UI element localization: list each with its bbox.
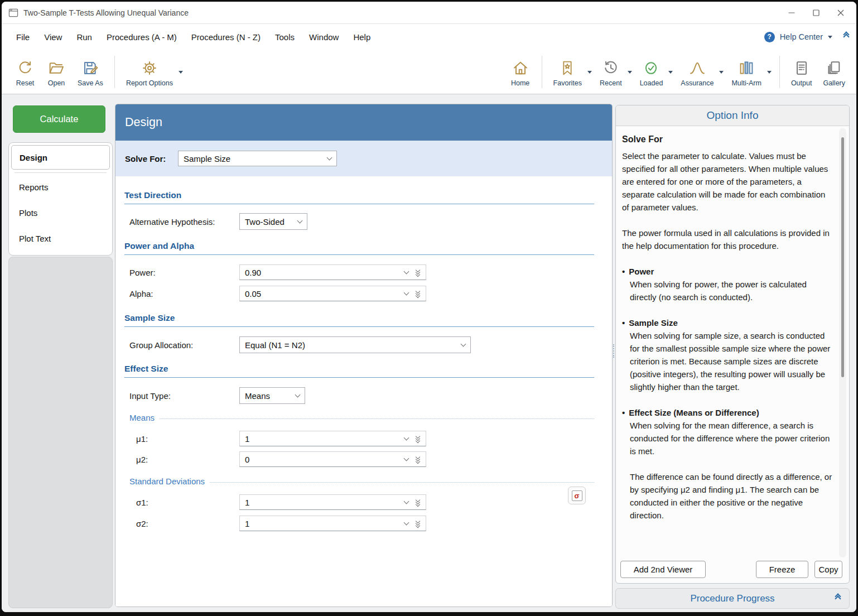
procedure-progress-bar[interactable]: Procedure Progress	[615, 588, 850, 609]
menu-procedures-n-z[interactable]: Procedures (N - Z)	[184, 29, 268, 45]
menu-tools[interactable]: Tools	[268, 29, 302, 45]
calculate-button[interactable]: Calculate	[13, 105, 105, 133]
solve-for-select[interactable]: Sample Size	[178, 151, 337, 166]
multi-value-icon[interactable]	[416, 498, 420, 506]
copy-button[interactable]: Copy	[814, 561, 842, 578]
home-button[interactable]: Home	[505, 55, 536, 89]
alpha-input[interactable]: 0.05	[239, 286, 426, 301]
home-icon	[512, 58, 529, 78]
toolbar-label: Save As	[78, 79, 103, 87]
design-panel: Design Solve For: Sample Size Test Direc…	[115, 104, 613, 607]
collapse-ribbon-icon[interactable]	[844, 35, 849, 39]
collapse-progress-icon[interactable]	[836, 596, 840, 601]
multi-value-icon[interactable]	[416, 519, 420, 527]
menu-run[interactable]: Run	[69, 29, 99, 45]
group-allocation-select[interactable]: Equal (N1 = N2)	[239, 336, 471, 353]
pages-icon	[825, 58, 843, 78]
menu-help[interactable]: Help	[346, 29, 378, 45]
procedure-progress-label: Procedure Progress	[690, 593, 774, 604]
tab-design[interactable]: Design	[11, 145, 110, 170]
chevron-down-icon	[404, 455, 409, 461]
add-2nd-viewer-button[interactable]: Add 2nd Viewer	[620, 561, 706, 578]
option-info-body: Solve For Select the parameter to calcul…	[616, 126, 849, 522]
save-as-button[interactable]: Save As	[72, 55, 109, 89]
chevron-down-icon	[404, 519, 409, 525]
design-panel-title: Design	[115, 104, 612, 141]
input-type-row: Input Type: Means	[129, 387, 594, 404]
panel-splitter-handle[interactable]	[613, 344, 614, 358]
option-info-heading: Solve For	[622, 133, 832, 146]
tab-plots[interactable]: Plots	[11, 200, 110, 225]
open-button[interactable]: Open	[41, 55, 72, 89]
input-type-label: Input Type:	[129, 387, 239, 404]
sigma2-input[interactable]: 1	[239, 516, 426, 531]
help-center-caret-icon[interactable]	[828, 36, 832, 38]
input-type-select[interactable]: Means	[239, 387, 305, 404]
minimize-button[interactable]	[779, 2, 804, 24]
tab-plot-text[interactable]: Plot Text	[11, 225, 110, 251]
menu-view[interactable]: View	[37, 29, 69, 45]
assurance-button[interactable]: Assurance	[675, 55, 726, 89]
favorites-button[interactable]: Favorites	[548, 55, 594, 89]
group-allocation-row: Group Allocation: Equal (N1 = N2)	[129, 336, 594, 353]
loaded-button[interactable]: Loaded	[634, 55, 676, 89]
menu-window[interactable]: Window	[302, 29, 346, 45]
sigma2-label: σ2:	[129, 516, 239, 531]
bullet-power: Power When solving for power, the power …	[622, 265, 832, 304]
chevron-down-icon	[327, 155, 332, 160]
alt-hypothesis-row: Alternative Hypothesis: Two-Sided	[129, 213, 594, 230]
sigma1-row: σ1: 1	[129, 494, 594, 510]
multi-value-icon[interactable]	[416, 455, 420, 463]
report-options-button[interactable]: Report Options	[120, 55, 185, 89]
tab-reports[interactable]: Reports	[11, 174, 110, 200]
document-icon	[793, 58, 811, 78]
power-input[interactable]: 0.90	[239, 264, 426, 280]
sigma-tool-button[interactable]: σ	[568, 487, 586, 504]
app-window: Two-Sample T-Tests Allowing Unequal Vari…	[2, 2, 856, 612]
bars-icon	[738, 58, 755, 78]
bell-curve-icon	[688, 58, 707, 78]
sigma1-input[interactable]: 1	[239, 494, 426, 510]
dropdown-caret-icon[interactable]	[179, 71, 183, 74]
scrollbar-thumb[interactable]	[841, 137, 844, 377]
check-circle-icon	[642, 58, 660, 78]
multi-arm-button[interactable]: Multi-Arm	[726, 55, 773, 89]
close-button[interactable]	[828, 2, 853, 24]
help-circle-icon[interactable]: ?	[764, 32, 775, 42]
toolbar-separator	[542, 56, 542, 88]
option-info-paragraph: The power formula used in all calculatio…	[622, 227, 832, 252]
alt-hypothesis-select[interactable]: Two-Sided	[239, 213, 307, 230]
reset-button[interactable]: Reset	[9, 55, 41, 89]
freeze-button[interactable]: Freeze	[756, 561, 808, 578]
reset-icon	[16, 58, 34, 78]
output-button[interactable]: Output	[785, 55, 818, 89]
dropdown-caret-icon[interactable]	[628, 71, 632, 74]
section-test-direction: Test Direction	[124, 190, 594, 204]
toolbar-label: Home	[511, 79, 529, 87]
mu2-input[interactable]: 0	[239, 451, 426, 467]
sigma2-row: σ2: 1	[129, 516, 594, 531]
multi-value-icon[interactable]	[416, 268, 420, 276]
mu1-label: μ1:	[129, 431, 239, 446]
help-center-link[interactable]: Help Center	[780, 32, 823, 41]
menu-file[interactable]: File	[9, 29, 37, 45]
power-row: Power: 0.90	[129, 264, 594, 280]
menu-procedures-a-m[interactable]: Procedures (A - M)	[99, 29, 184, 45]
chevron-down-icon	[404, 498, 409, 504]
dropdown-caret-icon[interactable]	[587, 71, 592, 74]
recent-button[interactable]: Recent	[594, 55, 634, 89]
multi-value-icon[interactable]	[416, 290, 420, 297]
gallery-button[interactable]: Gallery	[817, 55, 851, 89]
maximize-button[interactable]	[804, 2, 828, 24]
sidebar-tabs: Design Reports Plots Plot Text	[8, 142, 113, 256]
alpha-label: Alpha:	[129, 286, 239, 301]
dropdown-caret-icon[interactable]	[668, 71, 673, 74]
section-power-alpha: Power and Alpha	[124, 241, 594, 255]
dropdown-caret-icon[interactable]	[719, 71, 724, 74]
mu1-input[interactable]: 1	[239, 431, 426, 446]
design-form: Test Direction Alternative Hypothesis: T…	[115, 176, 612, 607]
tab-separator	[15, 172, 107, 173]
multi-value-icon[interactable]	[416, 435, 420, 442]
dropdown-caret-icon[interactable]	[767, 71, 772, 74]
alpha-row: Alpha: 0.05	[129, 286, 594, 301]
